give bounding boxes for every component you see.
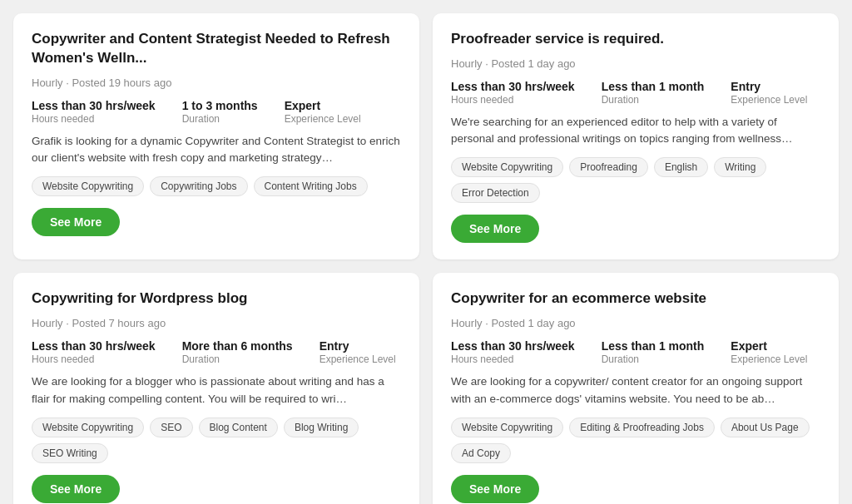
stat-label: Hours needed	[451, 94, 575, 106]
stat-item: Less than 30 hrs/weekHours needed	[32, 339, 156, 365]
stat-label: Duration	[602, 94, 705, 106]
stat-item: Less than 30 hrs/weekHours needed	[32, 99, 156, 125]
stat-label: Duration	[602, 353, 705, 365]
see-more-button[interactable]: See More	[451, 215, 539, 243]
job-tags: Website CopywritingProofreadingEnglishWr…	[451, 157, 820, 203]
job-tag: Website Copywriting	[32, 176, 144, 196]
see-more-button[interactable]: See More	[32, 208, 120, 236]
job-card-4: Copywriter for an ecommerce websiteHourl…	[433, 273, 839, 504]
job-tag: Ad Copy	[451, 443, 511, 463]
job-tag: SEO	[150, 418, 192, 437]
job-tags: Website CopywritingSEOBlog ContentBlog W…	[32, 418, 401, 463]
job-title: Proofreader service is required.	[451, 30, 820, 49]
job-description: We are looking for a copywriter/ content…	[451, 373, 820, 408]
job-tag: Copywriting Jobs	[150, 176, 247, 196]
job-tag: Proofreading	[569, 157, 648, 177]
job-title: Copywriting for Wordpress blog	[32, 289, 401, 309]
stat-label: Duration	[182, 113, 258, 125]
stat-value: 1 to 3 months	[182, 99, 258, 112]
job-tags: Website CopywritingEditing & Proofreadin…	[451, 418, 820, 463]
stat-value: Less than 30 hrs/week	[32, 99, 156, 112]
stat-label: Duration	[182, 353, 293, 365]
job-title: Copywriter for an ecommerce website	[451, 289, 820, 309]
job-card-3: Copywriting for Wordpress blogHourly · P…	[13, 273, 419, 504]
job-description: We're searching for an experienced edito…	[451, 114, 820, 148]
job-tag: SEO Writing	[32, 443, 108, 463]
stat-label: Hours needed	[32, 353, 156, 365]
job-meta: Hourly · Posted 19 hours ago	[32, 77, 401, 89]
job-tag: Error Detection	[451, 183, 540, 203]
stat-value: Entry	[731, 80, 807, 93]
stat-value: Less than 1 month	[602, 80, 705, 93]
job-tags: Website CopywritingCopywriting JobsConte…	[32, 176, 401, 196]
job-tag: Editing & Proofreading Jobs	[569, 418, 715, 437]
stat-value: More than 6 months	[182, 339, 293, 353]
stat-item: Less than 1 monthDuration	[602, 339, 705, 365]
stat-value: Less than 30 hrs/week	[451, 339, 575, 353]
stat-value: Expert	[731, 339, 807, 353]
job-title: Copywriter and Content Strategist Needed…	[32, 30, 401, 68]
stat-value: Expert	[285, 99, 361, 112]
stat-value: Less than 30 hrs/week	[32, 339, 156, 353]
job-tag: Website Copywriting	[32, 418, 144, 437]
job-meta: Hourly · Posted 1 day ago	[451, 57, 820, 70]
stat-item: Less than 30 hrs/weekHours needed	[451, 339, 575, 365]
job-tag: Blog Content	[199, 418, 278, 437]
stat-label: Experience Level	[320, 353, 396, 365]
stat-value: Less than 30 hrs/week	[451, 80, 575, 93]
stat-label: Experience Level	[731, 94, 807, 106]
stat-value: Less than 1 month	[602, 339, 705, 353]
stat-item: More than 6 monthsDuration	[182, 339, 293, 365]
job-tag: Website Copywriting	[451, 157, 563, 177]
job-stats: Less than 30 hrs/weekHours neededMore th…	[32, 339, 401, 365]
stat-label: Hours needed	[451, 353, 575, 365]
job-description: We are looking for a blogger who is pass…	[32, 373, 401, 408]
job-meta: Hourly · Posted 7 hours ago	[32, 317, 401, 329]
see-more-button[interactable]: See More	[451, 475, 539, 503]
job-tag: Content Writing Jobs	[254, 176, 368, 196]
stat-item: 1 to 3 monthsDuration	[182, 99, 258, 125]
job-meta: Hourly · Posted 1 day ago	[451, 317, 820, 329]
job-card-2: Proofreader service is required.Hourly ·…	[433, 13, 839, 259]
see-more-button[interactable]: See More	[32, 475, 120, 503]
stat-label: Experience Level	[285, 113, 361, 125]
job-stats: Less than 30 hrs/weekHours needed1 to 3 …	[32, 99, 401, 125]
stat-item: EntryExperience Level	[320, 339, 396, 365]
stat-label: Experience Level	[731, 353, 807, 365]
stat-item: EntryExperience Level	[731, 80, 807, 106]
job-tag: Website Copywriting	[451, 418, 563, 437]
job-card-1: Copywriter and Content Strategist Needed…	[13, 13, 419, 259]
stat-label: Hours needed	[32, 113, 156, 125]
stat-value: Entry	[320, 339, 396, 353]
stat-item: Less than 1 monthDuration	[602, 80, 705, 106]
job-tag: English	[654, 157, 708, 177]
job-stats: Less than 30 hrs/weekHours neededLess th…	[451, 80, 820, 106]
stat-item: Less than 30 hrs/weekHours needed	[451, 80, 575, 106]
job-stats: Less than 30 hrs/weekHours neededLess th…	[451, 339, 820, 365]
job-tag: Blog Writing	[284, 418, 359, 437]
stat-item: ExpertExperience Level	[285, 99, 361, 125]
job-tag: Writing	[714, 157, 766, 177]
job-cards-grid: Copywriter and Content Strategist Needed…	[13, 13, 839, 504]
job-tag: About Us Page	[721, 418, 810, 437]
stat-item: ExpertExperience Level	[731, 339, 807, 365]
job-description: Grafik is looking for a dynamic Copywrit…	[32, 133, 401, 167]
